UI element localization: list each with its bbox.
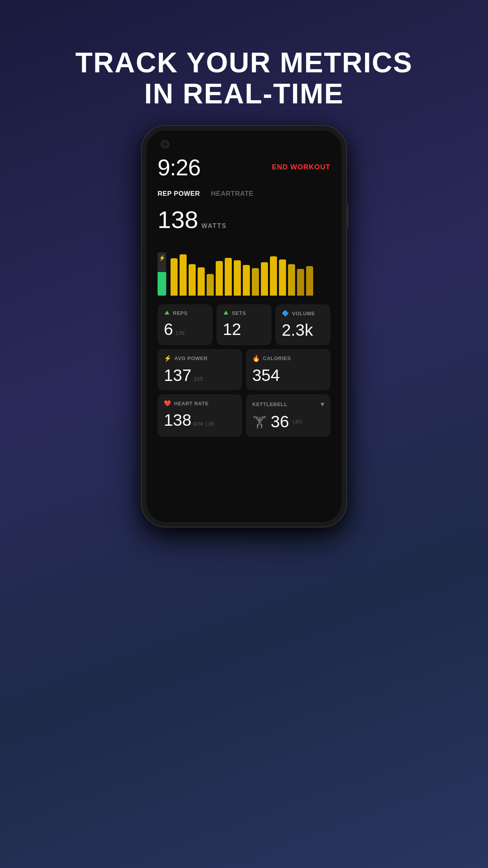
metric-avg-power: ⚡ AVG POWER 137 245	[158, 349, 242, 390]
metric-sets: SETS 12	[216, 304, 272, 345]
heart-rate-sub: 138	[205, 421, 214, 427]
chart-bar	[270, 256, 277, 296]
bolt-icon: ⚡	[159, 255, 165, 261]
battery-indicator: ⚡	[158, 252, 166, 296]
calories-value: 354	[252, 366, 280, 385]
hero-line2: IN REAL-TIME	[0, 78, 488, 109]
power-display: 138 WATTS	[158, 206, 330, 234]
kettlebell-value: 36	[271, 412, 289, 431]
power-number: 138	[158, 206, 198, 234]
sets-value: 12	[223, 320, 241, 339]
metric-volume: 🔷 VOLUME 2.3k	[275, 304, 330, 345]
heart-rate-label: HEART RATE	[174, 401, 209, 406]
svg-marker-0	[165, 311, 169, 314]
volume-value: 2.3k	[282, 321, 313, 340]
chart-bar	[306, 266, 313, 296]
kettlebell-icon: 🏋️	[252, 415, 267, 429]
time-display: 9:26	[158, 154, 200, 180]
arrow-up-icon	[164, 310, 170, 316]
phone-mockup: 9:26 END WORKOUT REP POWER HEARTRATE 138…	[142, 126, 346, 527]
reps-value: 6	[164, 320, 173, 339]
svg-marker-1	[224, 311, 228, 314]
metric-kettlebell: KETTLEBELL ▾ 🏋️ 36 LBS	[246, 394, 330, 437]
bag-icon: 🔷	[282, 310, 289, 317]
metric-tabs: REP POWER HEARTRATE	[158, 190, 330, 198]
avg-power-sub: 245	[194, 376, 203, 382]
heart-icon: ❤️	[164, 400, 171, 407]
metric-reps: REPS 6 138	[158, 304, 213, 345]
metrics-row-2: ⚡ AVG POWER 137 245 🔥 CALORIES	[158, 349, 330, 390]
hero-title: TRACK YOUR METRICS IN REAL-TIME	[0, 0, 488, 109]
chart-bar	[261, 262, 268, 296]
chart-bar	[243, 265, 250, 296]
chart-bar	[279, 259, 286, 296]
calories-label: CALORIES	[263, 355, 291, 361]
chart-bar	[207, 274, 214, 296]
chart-bar	[234, 260, 241, 296]
chart-bar	[216, 261, 223, 296]
chart-bar	[180, 254, 187, 296]
fire-icon: 🔥	[252, 355, 260, 362]
chart-bar	[288, 264, 295, 296]
avg-power-value: 137	[164, 366, 191, 385]
sets-label: SETS	[232, 310, 246, 316]
tab-heartrate[interactable]: HEARTRATE	[211, 190, 253, 198]
end-workout-button[interactable]: END WORKOUT	[272, 163, 330, 171]
arrow-up-icon-sets	[223, 310, 229, 316]
kettlebell-unit: LBS	[293, 419, 302, 425]
avg-power-label: AVG POWER	[174, 355, 207, 361]
rep-power-chart: ⚡	[158, 241, 330, 296]
hero-line1: TRACK YOUR METRICS	[0, 47, 488, 78]
chart-bar	[189, 264, 196, 296]
bolt-icon-avg: ⚡	[164, 355, 172, 362]
volume-label: VOLUME	[292, 311, 315, 316]
metrics-row-1: REPS 6 138 SETS	[158, 304, 330, 345]
kettlebell-label: KETTLEBELL	[252, 401, 288, 407]
dropdown-arrow-icon[interactable]: ▾	[321, 400, 324, 408]
heart-rate-value: 138	[164, 411, 191, 430]
top-bar: 9:26 END WORKOUT	[158, 154, 330, 180]
chart-bar	[252, 268, 259, 296]
tab-rep-power[interactable]: REP POWER	[158, 190, 200, 198]
camera-lens	[163, 142, 167, 146]
metric-calories: 🔥 CALORIES 354	[246, 349, 330, 390]
chart-bar	[171, 258, 178, 296]
metrics-row-3: ❤️ HEART RATE 138 BPM 138 KETTLEBELL	[158, 394, 330, 437]
battery-fill	[158, 272, 166, 296]
heart-rate-unit: BPM	[193, 421, 203, 427]
chart-bar	[198, 267, 205, 296]
power-unit: WATTS	[201, 223, 227, 230]
reps-label: REPS	[173, 310, 187, 316]
reps-sub: 138	[175, 330, 184, 336]
metric-heart-rate: ❤️ HEART RATE 138 BPM 138	[158, 394, 242, 437]
chart-bar	[225, 258, 232, 296]
camera-hole	[161, 140, 169, 149]
chart-bar	[297, 269, 304, 296]
